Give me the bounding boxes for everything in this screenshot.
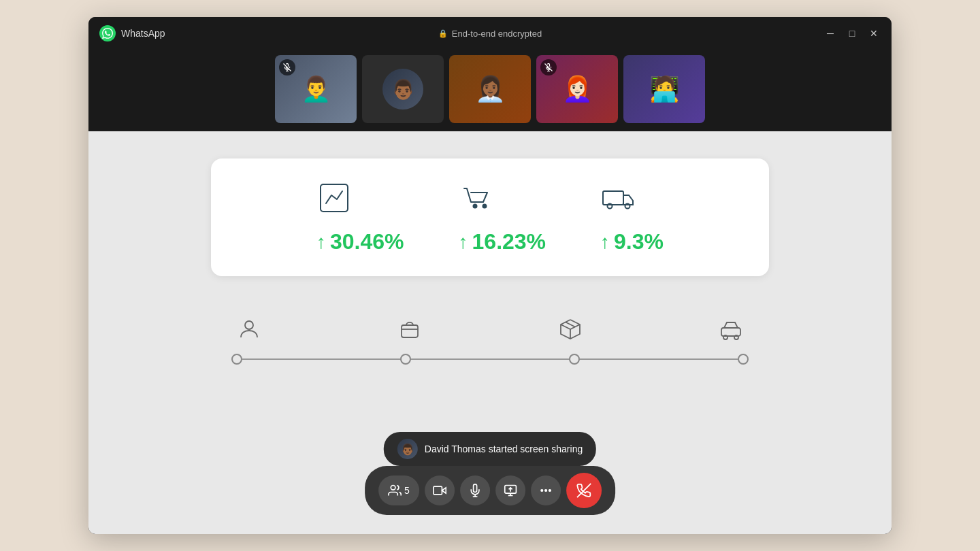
svg-point-7	[473, 205, 476, 208]
shared-screen-area: ↑ 30.46% ↑ 16.23%	[88, 131, 892, 534]
svg-marker-20	[442, 488, 446, 493]
chart-icon	[316, 180, 352, 218]
svg-rect-16	[721, 328, 740, 336]
stat-item-2: ↑ 16.23%	[459, 180, 546, 254]
truck-icon	[600, 180, 636, 218]
stat-item-3: ↑ 9.3%	[600, 180, 664, 254]
stat-value-1: ↑ 30.46%	[316, 229, 404, 254]
whatsapp-icon	[99, 25, 116, 41]
svg-point-28	[541, 490, 543, 492]
video-strip: 👨‍🦱 👨🏾 👩🏾‍💼	[88, 50, 892, 131]
titlebar: WhatsApp 🔒 End-to-end endcrypted ─ □ ✕	[88, 17, 892, 50]
lock-icon: 🔒	[438, 29, 448, 38]
encryption-badge: 🔒 End-to-end endcrypted	[438, 29, 542, 39]
window-controls: ─ □ ✕	[823, 27, 881, 40]
timeline-dot-4	[738, 354, 749, 365]
timeline-icon-box	[558, 317, 583, 341]
timeline-track	[231, 352, 749, 366]
end-call-icon	[576, 483, 591, 498]
mic-off-icon-1	[283, 63, 291, 71]
screen-share-toast: 👨🏾 David Thomas started screen sharing	[384, 432, 596, 466]
video-thumb-1: 👨‍🦱	[275, 55, 357, 123]
svg-point-8	[483, 205, 486, 208]
timeline-icon-car	[719, 317, 743, 341]
maximize-button[interactable]: □	[845, 27, 859, 40]
whatsapp-svg	[102, 28, 113, 39]
app-window: WhatsApp 🔒 End-to-end endcrypted ─ □ ✕ 👨…	[88, 17, 892, 534]
toast-avatar-emoji: 👨🏾	[401, 443, 414, 456]
svg-line-15	[566, 322, 575, 327]
svg-rect-9	[603, 191, 623, 205]
video-thumb-5: 🧑‍💻	[623, 55, 705, 123]
timeline-icon-bag	[397, 317, 422, 341]
screen-share-icon	[504, 484, 517, 497]
svg-rect-13	[402, 325, 418, 337]
svg-point-30	[549, 490, 551, 492]
app-name: WhatsApp	[121, 28, 165, 39]
toast-avatar: 👨🏾	[397, 439, 418, 459]
svg-point-12	[245, 321, 253, 329]
toast-message: David Thomas started screen sharing	[425, 444, 583, 454]
timeline-icon-person	[237, 317, 261, 341]
timeline-dots	[231, 354, 749, 365]
stat-arrow-1: ↑	[316, 233, 326, 252]
participants-count: 5	[404, 485, 410, 496]
mute-badge-1	[279, 59, 295, 76]
svg-point-29	[545, 490, 547, 492]
svg-point-19	[391, 486, 395, 490]
timeline-dot-1	[231, 354, 242, 365]
timeline-dot-3	[569, 354, 580, 365]
stats-card: ↑ 30.46% ↑ 16.23%	[211, 158, 769, 276]
end-call-button[interactable]	[566, 473, 602, 508]
close-button[interactable]: ✕	[867, 27, 881, 40]
call-controls-bar: 5	[365, 466, 615, 515]
stat-value-3: ↑ 9.3%	[600, 229, 664, 254]
mic-button[interactable]	[460, 475, 490, 505]
mute-badge-4	[540, 59, 557, 76]
screen-share-button[interactable]	[495, 475, 525, 505]
participant-face-3: 👩🏾‍💼	[449, 55, 531, 123]
participants-button[interactable]: 5	[378, 475, 419, 505]
mic-off-icon-4	[544, 63, 553, 71]
timeline-dot-2	[400, 354, 411, 365]
avatar-emoji-2: 👨🏾	[391, 78, 415, 101]
more-icon	[539, 484, 553, 497]
app-logo: WhatsApp	[99, 25, 165, 41]
video-icon	[433, 484, 446, 497]
minimize-button[interactable]: ─	[823, 27, 837, 40]
participant-avatar-2: 👨🏾	[362, 55, 444, 123]
more-options-button[interactable]	[531, 475, 561, 505]
participant-face-5: 🧑‍💻	[623, 55, 705, 123]
cart-icon	[459, 180, 494, 218]
stat-arrow-3: ↑	[600, 233, 610, 252]
stat-item-1: ↑ 30.46%	[316, 180, 404, 254]
video-thumb-2: 👨🏾	[362, 55, 444, 123]
video-thumb-4: 👩🏻‍🦰	[536, 55, 618, 123]
svg-rect-21	[434, 486, 442, 495]
encryption-label: End-to-end endcrypted	[452, 29, 542, 39]
participants-icon	[388, 484, 402, 497]
timeline-area	[231, 317, 749, 366]
video-button[interactable]	[425, 475, 455, 505]
stat-arrow-2: ↑	[459, 233, 468, 252]
stat-value-2: ↑ 16.23%	[459, 229, 546, 254]
mic-icon	[468, 484, 482, 497]
timeline-icons-row	[231, 317, 749, 341]
svg-point-17	[723, 335, 728, 339]
svg-point-18	[734, 335, 738, 339]
video-thumb-3: 👩🏾‍💼	[449, 55, 531, 123]
